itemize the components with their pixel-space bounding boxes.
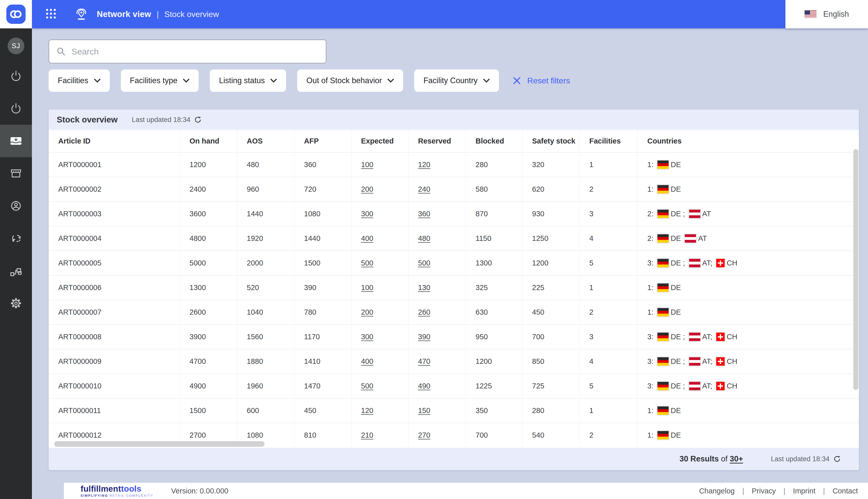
sidebar-item-settings-gear[interactable] — [0, 287, 32, 319]
footer-logo[interactable]: fulfillmenttools SIMPLIFYING RETAIL COMP… — [80, 485, 153, 498]
reset-filters-button[interactable]: Reset filters — [513, 76, 570, 85]
cell-reserved-link[interactable]: 490 — [418, 382, 430, 390]
cell-aos: 520 — [237, 276, 294, 300]
cell-reserved-link[interactable]: 360 — [418, 210, 430, 218]
horizontal-scrollbar-thumb[interactable] — [54, 441, 264, 447]
table-row[interactable]: ART0000010490019601470500490122572553:DE… — [49, 374, 859, 398]
vertical-scrollbar-thumb[interactable] — [853, 149, 858, 390]
cell-reserved[interactable]: 470 — [408, 349, 466, 374]
cell-reserved-link[interactable]: 480 — [418, 234, 430, 243]
sidebar-item-power[interactable] — [0, 60, 32, 92]
cell-expected-link[interactable]: 300 — [361, 210, 373, 218]
cell-reserved[interactable]: 120 — [408, 153, 466, 177]
cell-reserved[interactable]: 490 — [408, 374, 466, 398]
cell-reserved-link[interactable]: 270 — [418, 431, 430, 439]
search-input[interactable] — [72, 47, 318, 57]
filter-chip-facilities[interactable]: Facilities — [49, 70, 110, 92]
footer-refresh-icon[interactable] — [833, 455, 841, 462]
cell-expected[interactable]: 400 — [351, 227, 408, 251]
cell-expected[interactable]: 300 — [351, 325, 408, 349]
cell-reserved[interactable]: 240 — [408, 177, 466, 201]
cell-expected[interactable]: 120 — [351, 399, 408, 423]
sidebar-item-account[interactable] — [0, 190, 32, 222]
column-header-blocked: Blocked — [466, 130, 523, 152]
sidebar-item-returns[interactable] — [0, 222, 32, 255]
filter-chip-out-of-stock-behavior[interactable]: Out of Stock behavior — [297, 70, 403, 92]
cell-countries: 3:DE ;AT;CH — [638, 325, 859, 349]
cell-expected-link[interactable]: 200 — [361, 185, 373, 193]
cell-expected-link[interactable]: 210 — [361, 431, 373, 439]
refresh-icon[interactable] — [194, 116, 201, 123]
table-row[interactable]: ART0000011150060045012015035028011:DE — [49, 398, 859, 423]
ch-flag-icon — [716, 357, 725, 366]
country-code: DE ; — [671, 357, 685, 366]
table-row[interactable]: ART0000006130052039010013032522511:DE — [49, 275, 859, 300]
cell-reserved-link[interactable]: 500 — [418, 259, 430, 267]
cell-expected[interactable]: 100 — [351, 153, 408, 177]
cell-expected[interactable]: 400 — [351, 349, 408, 374]
table-row[interactable]: ART00000055000200015005005001300120053:D… — [49, 251, 859, 275]
table-row[interactable]: ART000000336001440108030036087093032:DE … — [49, 201, 859, 226]
cell-reserved[interactable]: 500 — [408, 251, 466, 275]
app-logo-box[interactable] — [0, 0, 32, 28]
version-label: Version: 0.00.000 — [171, 487, 228, 495]
cell-reserved-link[interactable]: 120 — [418, 160, 430, 169]
filter-chip-facility-country[interactable]: Facility Country — [414, 70, 499, 92]
cell-reserved-link[interactable]: 390 — [418, 333, 430, 341]
cell-expected[interactable]: 210 — [351, 423, 408, 447]
cell-expected[interactable]: 300 — [351, 202, 408, 226]
cell-expected-link[interactable]: 400 — [361, 234, 373, 243]
cell-reserved[interactable]: 480 — [408, 227, 466, 251]
sidebar-item-inbox-receive[interactable] — [0, 125, 32, 157]
cell-expected[interactable]: 500 — [351, 251, 408, 275]
cell-reserved-link[interactable]: 470 — [418, 357, 430, 366]
cell-reserved[interactable]: 390 — [408, 325, 466, 349]
table-row[interactable]: ART0000002240096072020024058062021:DE — [49, 177, 859, 201]
language-selector[interactable]: English — [785, 0, 868, 28]
cell-reserved-link[interactable]: 130 — [418, 283, 430, 292]
cell-expected-link[interactable]: 100 — [361, 160, 373, 169]
user-avatar[interactable]: SJ — [8, 37, 24, 54]
de-flag-icon — [657, 259, 669, 267]
table-row[interactable]: ART000000839001560117030039095070033:DE … — [49, 324, 859, 349]
cell-reserved[interactable]: 150 — [408, 399, 466, 423]
table-row[interactable]: ART0000001120048036010012028032011:DE — [49, 152, 859, 177]
cell-expected[interactable]: 200 — [351, 300, 408, 324]
cell-reserved[interactable]: 260 — [408, 300, 466, 324]
footer-link-contact[interactable]: Contact — [832, 487, 858, 495]
filter-chip-label: Facilities type — [130, 76, 178, 85]
table-row[interactable]: ART00000044800192014404004801150125042:D… — [49, 226, 859, 251]
cell-expected-link[interactable]: 120 — [361, 406, 373, 415]
cell-expected-link[interactable]: 500 — [361, 382, 373, 390]
cell-reserved[interactable]: 360 — [408, 202, 466, 226]
app-grid-menu-icon[interactable] — [45, 8, 57, 21]
footer-link-changelog[interactable]: Changelog — [699, 487, 734, 495]
cell-reserved-link[interactable]: 150 — [418, 406, 430, 415]
table-row[interactable]: ART0000009470018801410400470120085043:DE… — [49, 349, 859, 374]
cell-blocked: 350 — [466, 399, 523, 423]
filter-chip-listing-status[interactable]: Listing status — [210, 70, 286, 92]
cell-aos: 1560 — [237, 325, 294, 349]
cell-reserved[interactable]: 130 — [408, 276, 466, 300]
results-total-link[interactable]: 30+ — [730, 454, 743, 463]
cell-expected[interactable]: 100 — [351, 276, 408, 300]
footer-link-privacy[interactable]: Privacy — [752, 487, 776, 495]
de-flag-icon — [657, 431, 669, 439]
sidebar-item-network[interactable] — [0, 255, 32, 287]
filter-chip-facilities-type[interactable]: Facilities type — [121, 70, 199, 92]
table-row[interactable]: ART00000072600104078020026063045021:DE — [49, 300, 859, 324]
footer-link-imprint[interactable]: Imprint — [793, 487, 816, 495]
cell-expected[interactable]: 500 — [351, 374, 408, 398]
cell-expected-link[interactable]: 200 — [361, 308, 373, 316]
sidebar-item-power[interactable] — [0, 92, 32, 125]
cell-expected-link[interactable]: 500 — [361, 259, 373, 267]
cell-reserved[interactable]: 270 — [408, 423, 466, 447]
country-code: CH — [727, 382, 737, 390]
cell-reserved-link[interactable]: 240 — [418, 185, 430, 193]
cell-expected[interactable]: 200 — [351, 177, 408, 201]
cell-expected-link[interactable]: 100 — [361, 283, 373, 292]
sidebar-item-store[interactable] — [0, 157, 32, 190]
cell-expected-link[interactable]: 300 — [361, 333, 373, 341]
cell-reserved-link[interactable]: 260 — [418, 308, 430, 316]
cell-expected-link[interactable]: 400 — [361, 357, 373, 366]
